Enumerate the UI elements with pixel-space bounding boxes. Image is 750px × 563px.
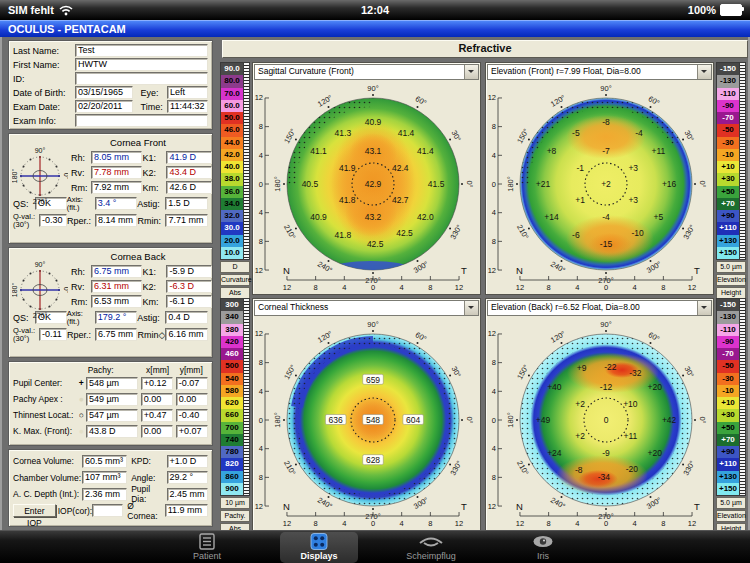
y-offset-value[interactable]: -0.07 <box>176 377 208 390</box>
field-value[interactable]: 1.5 D <box>165 197 208 210</box>
svg-text:0°: 0° <box>63 173 68 180</box>
field-label: Angle: <box>127 473 166 483</box>
patient-row: Exam Date:02/20/2011Time:11:44:32 <box>13 100 208 114</box>
scale-chip: 900 <box>221 483 243 495</box>
y-offset-value[interactable]: 0.00 <box>176 393 208 406</box>
svg-text:+11: +11 <box>623 431 637 441</box>
scale-unit-label: Elevation <box>716 510 746 522</box>
y-offset-value[interactable]: -0.40 <box>176 409 208 422</box>
chevron-down-icon[interactable] <box>464 65 478 79</box>
field-label: Rmin: <box>137 216 165 226</box>
svg-text:150°: 150° <box>515 363 531 381</box>
volume-row: A. C. Depth (Int.):2.36 mmPupil Dia:2.45… <box>13 486 208 503</box>
field-value[interactable]: -0.11 <box>39 328 67 341</box>
x-offset-value[interactable]: 0.00 <box>141 425 173 438</box>
field-value[interactable]: 6.31 mm <box>91 280 142 293</box>
map-type-dropdown[interactable]: Elevation (Back) r=6.52 Float, Dia=8.00 <box>487 300 712 316</box>
field-value[interactable]: 43.4 D <box>166 166 212 179</box>
field-value[interactable]: -6.3 D <box>166 280 212 293</box>
iris-eye-icon <box>532 533 554 550</box>
svg-text:30°: 30° <box>682 129 695 143</box>
pachy-row: Pachy Apex :●549 µm0.000.00 <box>13 391 208 407</box>
field-value[interactable]: 8.14 mm <box>95 214 138 227</box>
field-value[interactable]: -6.1 D <box>166 295 212 308</box>
svg-text:150°: 150° <box>515 127 531 145</box>
field-value[interactable]: 107 mm³ <box>82 471 127 484</box>
map-type-dropdown[interactable]: Corneal Thickness <box>254 300 479 316</box>
map-type-dropdown-value: Sagittal Curvature (Front) <box>255 65 464 79</box>
field-label: K1: <box>142 267 166 277</box>
scale-chip-column: 90.080.070.060.050.046.044.042.040.038.0… <box>220 62 244 260</box>
tab-patient[interactable]: Patient <box>168 532 246 563</box>
svg-text:8: 8 <box>314 283 318 292</box>
marker-icon: ○ <box>77 410 86 420</box>
pachy-value[interactable]: 547 µm <box>86 409 138 422</box>
field-label: Exam Date: <box>13 102 75 112</box>
field-value[interactable]: 6.16 mm <box>165 328 208 341</box>
field-value[interactable]: Test <box>75 44 208 57</box>
field-value[interactable]: Left <box>167 86 208 99</box>
marker-icon: ● <box>77 426 86 436</box>
field-value[interactable]: -0.30 <box>39 214 67 227</box>
field-value[interactable]: 7.92 mm <box>91 181 142 194</box>
field-value[interactable]: 3.4 ° <box>95 197 138 210</box>
scale-chip: 20.0 <box>221 235 243 247</box>
tab-displays[interactable]: Displays <box>280 532 358 563</box>
pachy-value[interactable]: 548 µm <box>86 377 138 390</box>
displays-grid-icon <box>309 533 329 550</box>
field-value[interactable]: 42.6 D <box>166 181 212 194</box>
scale-chip: -70 <box>717 348 739 360</box>
field-value[interactable]: -5.9 D <box>166 265 212 278</box>
field-value[interactable]: 8.05 mm <box>91 151 142 164</box>
field-value[interactable]: 6.75 mm <box>91 265 142 278</box>
tab-iris[interactable]: Iris <box>504 532 582 563</box>
field-value[interactable]: 2.36 mm <box>82 488 127 501</box>
field-value[interactable]: 0.4 D <box>165 311 208 324</box>
field-label: Axis: (flt.) <box>67 310 95 325</box>
y-offset-value[interactable]: +0.07 <box>176 425 208 438</box>
field-label: Astig: <box>137 313 165 323</box>
field-value[interactable]: 41.9 D <box>166 151 212 164</box>
field-value[interactable]: 7.71 mm <box>165 214 208 227</box>
svg-text:4: 4 <box>400 283 404 292</box>
map-type-dropdown[interactable]: Elevation (Front) r=7.99 Float, Dia=8.00 <box>487 64 712 80</box>
field-value[interactable]: HWTW <box>75 58 208 71</box>
field-value[interactable] <box>92 504 124 517</box>
chevron-down-icon[interactable] <box>697 301 711 315</box>
chevron-down-icon[interactable] <box>697 65 711 79</box>
x-offset-value[interactable]: 0.00 <box>141 393 173 406</box>
pachy-value[interactable]: 549 µm <box>86 393 138 406</box>
field-value[interactable]: 29.2 ° <box>167 471 208 484</box>
map-type-dropdown[interactable]: Sagittal Curvature (Front) <box>254 64 479 80</box>
field-value[interactable] <box>75 114 208 127</box>
field-value[interactable]: 2.45 mm <box>167 488 208 501</box>
svg-text:8: 8 <box>428 283 432 292</box>
svg-text:8: 8 <box>259 122 263 131</box>
field-value[interactable]: 02/20/2011 <box>75 100 133 113</box>
scale-chip: +130 <box>717 471 739 483</box>
enter-iop-button[interactable]: Enter IOP <box>13 504 56 517</box>
field-value[interactable]: 11.9 mm <box>165 504 208 517</box>
patient-row: First Name:HWTW <box>13 58 208 72</box>
pachy-value[interactable]: 43.8 D <box>86 425 138 438</box>
field-value[interactable]: 03/15/1965 <box>75 86 133 99</box>
scale-chip: 460 <box>221 348 243 360</box>
field-value[interactable]: 6.53 mm <box>91 295 142 308</box>
field-value[interactable]: 179.2 ° <box>95 311 138 324</box>
tab-scheimpflug[interactable]: Scheimpflug <box>392 532 470 563</box>
scale-chip-column: -150-130-110-90-70-50-30-10+10+30+50+70+… <box>716 298 740 496</box>
svg-text:150°: 150° <box>282 127 298 145</box>
battery-percent: 100% <box>688 4 716 16</box>
svg-text:-34: -34 <box>598 472 611 482</box>
x-offset-value[interactable]: +0.47 <box>141 409 173 422</box>
field-value[interactable] <box>75 72 208 85</box>
field-value[interactable]: 60.5 mm³ <box>82 455 127 468</box>
field-value[interactable]: 6.75 mm <box>95 328 138 341</box>
chevron-down-icon[interactable] <box>464 301 478 315</box>
svg-text:330°: 330° <box>448 223 464 241</box>
field-value[interactable]: 7.78 mm <box>91 166 142 179</box>
x-offset-value[interactable]: +0.12 <box>141 377 173 390</box>
svg-text:4: 4 <box>492 151 496 160</box>
field-value[interactable]: 11:44:32 <box>167 100 208 113</box>
field-value[interactable]: +1.0 D <box>167 455 208 468</box>
